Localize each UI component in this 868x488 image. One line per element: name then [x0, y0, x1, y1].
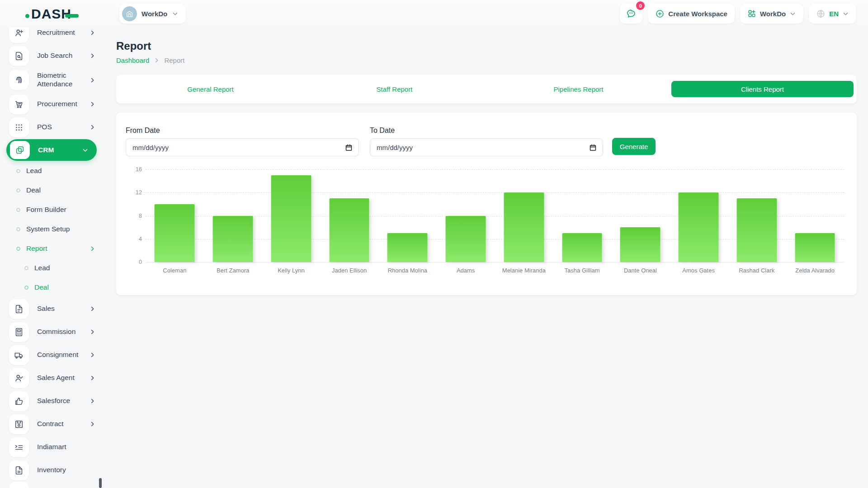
chat-icon — [626, 8, 637, 19]
sidebar-item-inventory[interactable]: Inventory — [0, 459, 103, 482]
messages-button[interactable]: 0 — [620, 4, 642, 23]
chevron-right-icon — [89, 398, 96, 404]
grid-plus-icon — [747, 9, 756, 18]
report-tabs: General ReportStaff ReportPipelines Repo… — [116, 75, 857, 103]
to-date-field[interactable] — [377, 144, 589, 151]
chart-x-label: Bert Zamora — [204, 267, 262, 274]
sidebar-subitem-label: System Setup — [26, 225, 85, 234]
sidebar-item-biometric-attendance[interactable]: Biometric Attendance — [0, 67, 103, 93]
generate-button[interactable]: Generate — [612, 138, 656, 155]
sidebar-item-procurement[interactable]: Procurement — [0, 93, 103, 116]
sidebar-subitem-lead[interactable]: Lead — [0, 161, 103, 181]
document-search-icon — [9, 46, 29, 66]
chart-bar-rashad-clark — [736, 198, 777, 262]
sidebar-subitem-label: Deal — [26, 186, 85, 195]
chart-gridline — [146, 262, 844, 263]
tab-general-report[interactable]: General Report — [119, 81, 302, 97]
from-date-input[interactable] — [126, 138, 359, 156]
topbar: DASH WorkDo 0 Create Workspace WorkDo EN — [0, 0, 868, 28]
globe-icon — [816, 9, 826, 19]
workspace-selector[interactable]: WorkDo — [119, 4, 186, 23]
sidebar-subitem-report[interactable]: Report — [0, 239, 103, 258]
chevron-right-icon — [89, 29, 96, 36]
calendar-icon[interactable] — [344, 143, 353, 152]
chart-bar-kelly-lynn — [271, 175, 311, 262]
sidebar-subitem-lead[interactable]: Lead — [0, 258, 103, 278]
chart-bar-slot — [146, 169, 204, 262]
bullet-icon — [16, 247, 20, 251]
tab-staff-report[interactable]: Staff Report — [303, 81, 486, 97]
chart-bar-slot — [495, 169, 553, 262]
sidebar-subitem-system-setup[interactable]: System Setup — [0, 220, 103, 239]
chart-bar-dante-oneal — [620, 227, 660, 262]
sidebar-item-label: Inventory — [37, 466, 90, 474]
chart-bar-slot — [611, 169, 670, 262]
sidebar-item-salesforce[interactable]: Salesforce — [0, 389, 103, 413]
logo-dot-icon — [25, 14, 29, 18]
chart-y-tick-label: 4 — [126, 236, 142, 242]
sidebar-item-pos[interactable]: POS — [0, 116, 103, 139]
chart-bar-melanie-miranda — [504, 192, 544, 262]
chart-bar-slot — [728, 169, 786, 262]
tab-clients-report[interactable]: Clients Report — [671, 81, 854, 97]
sidebar-subitem-label: Lead — [26, 167, 85, 175]
sidebar-item-label: Sales — [37, 305, 90, 313]
logo-dash-icon — [65, 14, 79, 18]
to-date-input[interactable] — [370, 138, 603, 156]
sidebar-item-consignment[interactable]: Consignment — [0, 343, 103, 366]
sidebar-item-indiamart[interactable]: Indiamart — [0, 436, 103, 459]
sidebar-item-sales-agent[interactable]: Sales Agent — [0, 366, 103, 389]
chevron-right-icon — [89, 421, 96, 427]
chart-bar-amos-gates — [679, 192, 719, 262]
tab-pipelines-report[interactable]: Pipelines Report — [487, 81, 670, 97]
sidebar-subitem-deal[interactable]: Deal — [0, 181, 103, 200]
sidebar-item-job-search[interactable]: Job Search — [0, 44, 103, 67]
sidebar-item-label: Consignment — [37, 351, 90, 359]
language-label: EN — [829, 10, 839, 18]
calendar-icon[interactable] — [589, 143, 597, 152]
sidebar-item-label: Recruitment — [37, 28, 90, 37]
chart-bar-rhonda-molina — [387, 233, 428, 262]
sidebar-item-contract[interactable]: Contract — [0, 413, 103, 436]
language-selector[interactable]: EN — [809, 4, 856, 23]
sidebar-item-crm[interactable]: CRM — [6, 139, 97, 161]
chart-x-label: Adams — [437, 267, 495, 274]
chart-x-label: Tasha Gilliam — [553, 267, 611, 274]
chart-bar-tasha-gilliam — [562, 233, 602, 262]
topbar-actions: 0 Create Workspace WorkDo EN — [620, 4, 856, 23]
chart-x-label: Rhonda Molina — [378, 267, 437, 274]
create-workspace-button[interactable]: Create Workspace — [648, 4, 735, 23]
chart-bar-slot — [786, 169, 844, 262]
chart-y-tick-label: 0 — [126, 259, 142, 265]
chart-bar-slot — [262, 169, 321, 262]
sidebar-item-recruitment[interactable]: Recruitment — [0, 28, 103, 44]
chart-x-label: Kelly Lynn — [262, 267, 321, 274]
sidebar-subitem-label: Form Builder — [26, 206, 85, 214]
sidebar-item-label: POS — [37, 123, 90, 131]
sidebar-item-commission[interactable]: Commission — [0, 320, 103, 343]
truck-icon — [9, 345, 29, 365]
cart-icon — [9, 94, 29, 114]
chart-bar-slot — [437, 169, 495, 262]
chart-bar-slot — [204, 169, 262, 262]
sidebar-scrollbar[interactable] — [99, 478, 102, 488]
person-add-icon — [9, 28, 29, 43]
from-date-field[interactable] — [132, 144, 344, 151]
chart-bars — [146, 169, 844, 262]
from-date-label: From Date — [126, 127, 160, 135]
app-logo[interactable]: DASH — [25, 6, 79, 22]
chart-bar-slot — [553, 169, 611, 262]
breadcrumb-dashboard-link[interactable]: Dashboard — [116, 56, 149, 64]
bullet-icon — [16, 227, 20, 231]
chart-x-label: Zelda Alvarado — [786, 267, 844, 274]
clients-report-bar-chart: 1612840ColemanBert ZamoraKelly LynnJaden… — [126, 166, 844, 284]
sidebar-item-partial — [9, 482, 29, 488]
sidebar-item-label: Contract — [37, 420, 90, 428]
app-switcher-button[interactable]: WorkDo — [740, 4, 803, 23]
calculator-icon — [9, 322, 29, 342]
bullet-icon — [16, 208, 20, 212]
sidebar-subitem-form-builder[interactable]: Form Builder — [0, 200, 103, 220]
chart-bar-zelda-alvarado — [795, 233, 835, 262]
sidebar-item-sales[interactable]: Sales — [0, 297, 103, 320]
sidebar-subitem-deal[interactable]: Deal — [0, 278, 103, 297]
